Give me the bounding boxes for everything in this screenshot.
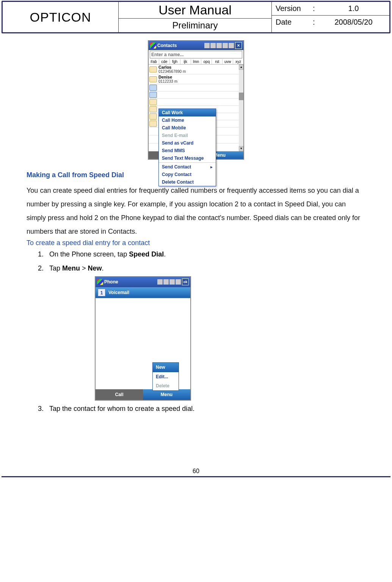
doc-title: User Manual: [119, 2, 271, 19]
menu-item-call-home[interactable]: Call Home: [159, 116, 216, 124]
name-search-input[interactable]: [150, 51, 242, 58]
keyboard-icon[interactable]: [157, 279, 163, 285]
signal-icon[interactable]: [223, 43, 228, 48]
soft-call[interactable]: Call: [96, 389, 143, 400]
scroll-thumb[interactable]: [239, 93, 243, 100]
mini-menu: New Edit... Delete: [152, 362, 179, 391]
contact-row[interactable]: Denise 0112233 m: [149, 74, 239, 84]
menu-item-copy-contact[interactable]: Copy Contact: [159, 171, 216, 178]
menu-item-send-mms[interactable]: Send MMS: [159, 147, 216, 154]
start-icon[interactable]: [97, 279, 103, 285]
menu-item-send-text[interactable]: Send Text Message: [159, 154, 216, 162]
contact-row[interactable]: Carlos 01234567890 m: [149, 64, 239, 74]
version-value: 1.0: [321, 4, 386, 13]
step-2: Tap Menu > New. Phone ok: [45, 263, 365, 401]
contact-card-icon: [149, 76, 157, 82]
context-menu: Call Work Call Home Call Mobile Send E-m…: [158, 109, 216, 186]
date-value: 2008/05/20: [321, 18, 386, 27]
step-3: Tap the contact for whom to create a spe…: [45, 403, 365, 415]
contact-card-icon: [149, 113, 157, 120]
contact-card-icon: [149, 121, 157, 127]
step-1: On the Phone screen, tap Speed Dial.: [45, 249, 365, 260]
doc-subtitle: Preliminary: [119, 19, 271, 32]
sync-icon[interactable]: [216, 43, 222, 48]
scroll-down-icon[interactable]: ▾: [239, 146, 243, 151]
voicemail-row[interactable]: 1 Voicemail: [96, 287, 190, 298]
footer-divider: [2, 476, 390, 477]
doc-header: OPTICON User Manual Preliminary Version …: [2, 1, 390, 33]
menu-item-delete-contact[interactable]: Delete Contact: [159, 178, 216, 186]
phone-screenshot: Phone ok 1 Voicemail: [95, 276, 191, 401]
keyboard-icon[interactable]: [210, 43, 216, 48]
bell-icon[interactable]: [204, 43, 210, 48]
close-icon[interactable]: ×: [235, 42, 242, 49]
contacts-screenshot: Contacts × #ab cde fgh ijk lmn opq: [148, 40, 244, 160]
contact-row[interactable]: [149, 91, 239, 99]
steps-list: On the Phone screen, tap Speed Dial. Tap…: [45, 249, 365, 415]
date-label: Date: [276, 18, 310, 27]
menu-item-send-vcard[interactable]: Send as vCard: [159, 139, 216, 147]
volume-icon[interactable]: [176, 279, 181, 285]
title-bar: Contacts ×: [149, 41, 243, 50]
volume-icon[interactable]: [229, 43, 234, 48]
page-number: 60: [0, 468, 392, 476]
status-icons: [204, 43, 234, 48]
body-paragraph: You can create speed dial entries for fr…: [27, 184, 365, 238]
ok-button[interactable]: ok: [182, 278, 189, 285]
menu-item-send-email: Send E-mail: [159, 132, 216, 139]
menu-item-send-contact[interactable]: Send Contact: [159, 163, 216, 171]
contact-row[interactable]: [149, 99, 239, 106]
menu-item-delete: Delete: [153, 381, 179, 390]
contact-card-icon: [149, 106, 157, 112]
start-icon[interactable]: [150, 42, 156, 49]
voicemail-label: Voicemail: [108, 289, 129, 296]
version-label: Version: [276, 4, 310, 13]
alpha-index[interactable]: #ab cde fgh ijk lmn opq rst uvw xyz: [149, 59, 243, 64]
sub-heading: To create a speed dial entry for a conta…: [27, 239, 365, 247]
window-title: Phone: [104, 278, 156, 286]
speed-dial-number: 1: [98, 289, 105, 296]
menu-item-call-work[interactable]: Call Work: [159, 109, 216, 116]
contact-row[interactable]: [149, 84, 239, 91]
brand: OPTICON: [3, 2, 119, 32]
menu-item-new[interactable]: New: [153, 363, 179, 372]
menu-item-call-mobile[interactable]: Call Mobile: [159, 124, 216, 132]
title-bar: Phone ok: [96, 277, 190, 287]
scroll-up-icon[interactable]: ▴: [239, 64, 243, 70]
contact-card-icon: [149, 66, 157, 72]
contact-card-icon: [149, 99, 157, 105]
scrollbar[interactable]: ▴ ▾: [239, 64, 243, 151]
menu-item-edit[interactable]: Edit...: [153, 372, 179, 381]
window-title: Contacts: [157, 43, 203, 48]
status-icons: [157, 279, 181, 285]
sim-card-icon: [149, 92, 157, 98]
sim-card-icon: [149, 85, 157, 91]
sync-icon[interactable]: [163, 279, 169, 285]
signal-icon[interactable]: [169, 279, 175, 285]
